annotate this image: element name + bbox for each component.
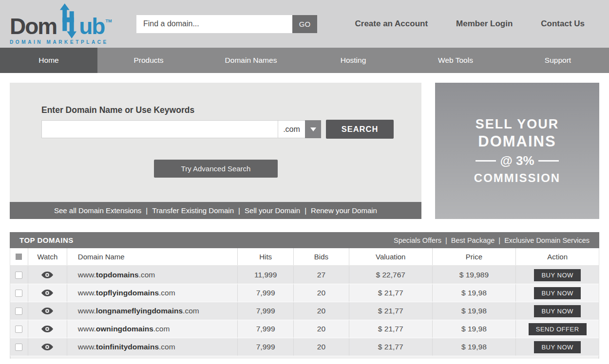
table-row: www.owningdomains.com 7,999 20 $ 21,77 $…: [10, 320, 599, 338]
bids-value: 27: [294, 266, 349, 284]
bids-value: 20: [294, 320, 349, 338]
row-checkbox[interactable]: [15, 344, 22, 351]
hits-value: 7,999: [238, 302, 294, 320]
banner-dash-left: [476, 160, 496, 162]
site-header: Dom ub TM DOMAIN MARKETPLACE GO Create a…: [0, 0, 609, 48]
main-content: Enter Domain Name or Use Keywords .com S…: [0, 73, 609, 219]
renew-domain-link[interactable]: Renew your Domain: [311, 206, 377, 215]
nav-item-home[interactable]: Home: [0, 48, 97, 73]
price-value: $ 19,989: [433, 266, 516, 284]
watch-eye-icon[interactable]: [41, 326, 53, 332]
col-header-bids: Bids: [294, 248, 349, 265]
row-checkbox[interactable]: [15, 326, 22, 333]
chevron-down-icon: [310, 127, 316, 131]
row-checkbox[interactable]: [15, 290, 22, 297]
best-package-link[interactable]: Best Package: [451, 237, 504, 244]
price-value: $ 19,98: [433, 284, 516, 302]
send-offer-button[interactable]: SEND OFFER: [529, 323, 587, 335]
bids-value: 20: [294, 284, 349, 302]
create-account-link[interactable]: Create an Account: [355, 19, 428, 29]
buy-now-button[interactable]: BUY NOW: [534, 305, 580, 317]
top-domains-table: Watch Domain Name Hits Bids Valuation Pr…: [10, 248, 599, 359]
exclusive-services-link[interactable]: Exclusive Domain Services: [504, 237, 590, 244]
domain-name[interactable]: www.toinfinitydomains.com: [67, 338, 238, 356]
select-all-checkbox[interactable]: [16, 254, 22, 260]
logo-arrows-icon: [58, 3, 78, 40]
col-header-valuation: Valuation: [349, 248, 433, 265]
partial-next-row: [10, 356, 599, 359]
top-domains-section: TOP DOMAINS Specials Offers Best Package…: [10, 232, 599, 359]
go-button[interactable]: GO: [292, 15, 317, 33]
table-header-row: Watch Domain Name Hits Bids Valuation Pr…: [10, 248, 599, 266]
domain-search-panel: Enter Domain Name or Use Keywords .com S…: [10, 83, 421, 219]
hits-value: 7,999: [238, 338, 294, 356]
logo[interactable]: Dom ub TM DOMAIN MARKETPLACE: [10, 3, 132, 45]
valuation-value: $ 21,77: [349, 320, 433, 338]
logo-text-dom: Dom: [10, 17, 57, 36]
logo-trademark: TM: [105, 18, 112, 23]
domain-name[interactable]: www.topdomains.com: [67, 266, 238, 284]
top-domains-title: TOP DOMAINS: [19, 236, 74, 244]
bids-value: 20: [294, 302, 349, 320]
nav-item-web-tools[interactable]: Web Tools: [404, 48, 507, 73]
nav-item-domain-names[interactable]: Domain Names: [200, 48, 302, 73]
tld-select[interactable]: .com: [278, 120, 305, 138]
logo-text-ub: ub: [79, 17, 104, 36]
logo-tagline: DOMAIN MARKETPLACE: [10, 39, 132, 45]
banner-line-4: COMMISSION: [474, 171, 560, 185]
hits-value: 7,999: [238, 320, 294, 338]
row-checkbox[interactable]: [15, 308, 22, 315]
top-domains-links: Specials Offers Best Package Exclusive D…: [394, 237, 590, 244]
sell-domain-link[interactable]: Sell your Domain: [245, 206, 311, 215]
main-nav: Home Products Domain Names Hosting Web T…: [0, 48, 609, 73]
bids-value: 20: [294, 338, 349, 356]
watch-eye-icon[interactable]: [41, 290, 53, 296]
buy-now-button[interactable]: BUY NOW: [534, 341, 580, 353]
hits-value: 7,999: [238, 284, 294, 302]
watch-eye-icon[interactable]: [41, 272, 53, 278]
col-header-watch: Watch: [28, 248, 67, 265]
hits-value: 11,999: [238, 266, 294, 284]
see-all-extensions-link[interactable]: See all Domain Extensions: [54, 206, 152, 215]
header-links: Create an Account Member Login Contact U…: [355, 19, 585, 29]
col-header-domain-name: Domain Name: [67, 248, 238, 265]
price-value: $ 19,98: [433, 338, 516, 356]
valuation-value: $ 21,77: [349, 284, 433, 302]
domain-links-bar: See all Domain Extensions Transfer Exist…: [10, 202, 421, 219]
member-login-link[interactable]: Member Login: [456, 19, 513, 29]
banner-line-1: SELL YOUR: [476, 117, 559, 132]
nav-item-support[interactable]: Support: [507, 48, 609, 73]
domain-search-heading: Enter Domain Name or Use Keywords: [41, 105, 194, 115]
header-search-input[interactable]: [136, 15, 292, 33]
contact-us-link[interactable]: Contact Us: [541, 19, 585, 29]
sell-domains-banner[interactable]: SELL YOUR DOMAINS @ 3% COMMISSION: [435, 83, 599, 219]
col-header-action: Action: [516, 248, 599, 265]
advanced-search-button[interactable]: Try Advanced Search: [154, 160, 278, 178]
domain-name[interactable]: www.topflyingdomains.com: [67, 284, 238, 302]
table-row: www.toinfinitydomains.com 7,999 20 $ 21,…: [10, 338, 599, 356]
transfer-domain-link[interactable]: Transfer Existing Domain: [152, 206, 245, 215]
tld-dropdown-button[interactable]: [305, 120, 321, 138]
price-value: $ 19,98: [433, 302, 516, 320]
watch-eye-icon[interactable]: [41, 308, 53, 314]
nav-item-products[interactable]: Products: [97, 48, 200, 73]
table-row: www.topflyingdomains.com 7,999 20 $ 21,7…: [10, 284, 599, 302]
buy-now-button[interactable]: BUY NOW: [534, 269, 580, 281]
table-row: www.topdomains.com 11,999 27 $ 22,767 $ …: [10, 266, 599, 284]
watch-eye-icon[interactable]: [41, 344, 53, 350]
search-button[interactable]: SEARCH: [326, 120, 394, 139]
banner-line-3: @ 3%: [476, 153, 558, 168]
specials-offers-link[interactable]: Specials Offers: [394, 237, 451, 244]
top-domains-bar: TOP DOMAINS Specials Offers Best Package…: [10, 232, 599, 248]
domain-name[interactable]: www.owningdomains.com: [67, 320, 238, 338]
buy-now-button[interactable]: BUY NOW: [534, 287, 580, 299]
banner-line-2: DOMAINS: [478, 133, 556, 150]
row-checkbox[interactable]: [15, 272, 22, 279]
domain-name[interactable]: www.longnameflyingdomains.com: [67, 302, 238, 320]
col-header-hits: Hits: [238, 248, 294, 265]
valuation-value: $ 21,77: [349, 302, 433, 320]
banner-dash-right: [538, 160, 559, 162]
nav-item-hosting[interactable]: Hosting: [302, 48, 404, 73]
domain-search-input[interactable]: [41, 120, 278, 138]
header-search: GO: [136, 15, 317, 33]
